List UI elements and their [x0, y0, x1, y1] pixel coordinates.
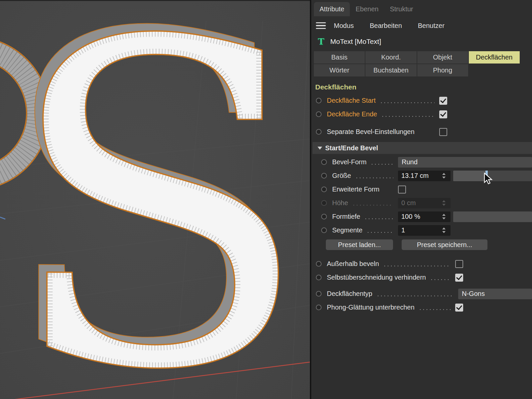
row-formtiefe: Formtiefe 100 %: [311, 210, 532, 223]
svg-text:S: S: [6, 1, 310, 399]
bevel-form-label: Bevel-Form: [332, 158, 366, 166]
phong-glaettung-checkbox[interactable]: [455, 304, 463, 312]
keyframe-dot-icon[interactable]: [316, 305, 322, 310]
collapse-triangle-icon[interactable]: [318, 147, 322, 150]
tab-ebenen[interactable]: Ebenen: [350, 2, 384, 16]
erweiterte-form-checkbox[interactable]: [398, 186, 406, 194]
tab-deckflaechen[interactable]: Deckflächen: [469, 51, 520, 64]
separate-bevel-checkbox[interactable]: [439, 128, 447, 136]
group-label: Start/Ende Bevel: [325, 144, 378, 152]
menu-bearbeiten[interactable]: Bearbeiten: [370, 22, 402, 30]
keyframe-dot-icon[interactable]: [316, 129, 322, 135]
preset-button-row: Preset laden... Preset speichern...: [311, 237, 532, 252]
category-tabs: Basis Koord. Objekt Deckflächen Wörter B…: [311, 50, 532, 76]
object-header: T MoText [MoText]: [311, 33, 532, 50]
dotted-leader: [352, 204, 393, 206]
row-separate-bevel: Separate Bevel-Einstellungen: [311, 125, 532, 139]
keyframe-dot-icon[interactable]: [321, 227, 327, 233]
menu-modus[interactable]: Modus: [334, 22, 354, 30]
menu-icon[interactable]: [316, 21, 326, 31]
mouse-cursor: [484, 173, 494, 185]
stepper-down-icon[interactable]: [442, 177, 446, 179]
keyframe-dot-icon[interactable]: [316, 111, 322, 117]
selbstueberschneidung-label: Selbstüberschneidung verhindern: [327, 274, 426, 281]
dotted-leader: [430, 279, 451, 280]
row-segmente: Segmente 1: [311, 223, 532, 237]
row-deckflaechentyp: Deckflächentyp N-Gons: [311, 287, 532, 301]
manager-tabbar: Attribute Ebenen Struktur: [311, 0, 532, 18]
deckflaechentyp-dropdown[interactable]: N-Gons: [458, 289, 532, 299]
stepper-down-icon[interactable]: [442, 217, 446, 219]
spacer: [383, 191, 393, 192]
tab-koord[interactable]: Koord.: [365, 51, 416, 64]
keyframe-dot-icon[interactable]: [316, 291, 322, 297]
bevel-form-value: Rund: [402, 158, 418, 166]
keyframe-dot-icon[interactable]: [321, 187, 327, 192]
keyframe-dot-icon[interactable]: [321, 173, 327, 179]
stepper[interactable]: [442, 214, 451, 219]
stepper[interactable]: [442, 227, 451, 233]
keyframe-dot-icon[interactable]: [321, 159, 327, 165]
group-start-ende-bevel[interactable]: Start/Ende Bevel: [313, 142, 532, 154]
tab-buchstaben[interactable]: Buchstaben: [365, 64, 416, 76]
segmente-input[interactable]: 1: [398, 225, 451, 236]
preset-speichern-button[interactable]: Preset speichern...: [402, 239, 487, 250]
stepper-up-icon[interactable]: [442, 227, 446, 229]
viewport-render: S S S S S: [0, 1, 310, 399]
tab-woerter[interactable]: Wörter: [314, 64, 365, 76]
letter-s-mesh: S S S S: [0, 1, 310, 399]
deckflaechentyp-value: N-Gons: [462, 290, 485, 298]
keyframe-dot-icon[interactable]: [316, 275, 322, 280]
row-ausserhalb-beveln: Außerhalb beveln: [311, 257, 532, 271]
phong-glaettung-label: Phong-Glättung unterbrechen: [327, 304, 415, 311]
tab-attribute[interactable]: Attribute: [314, 2, 350, 16]
ausserhalb-beveln-checkbox[interactable]: [455, 260, 463, 268]
stepper-down-icon: [442, 204, 446, 206]
3d-viewport[interactable]: S S S S S: [0, 0, 310, 399]
row-deckflaeche-ende: Deckfläche Ende: [311, 107, 532, 121]
row-groesse: Größe 13.17 cm: [311, 169, 532, 183]
keyframe-dot-icon[interactable]: [316, 261, 322, 267]
row-hoehe: Höhe 0 cm: [311, 196, 532, 210]
tab-basis[interactable]: Basis: [314, 51, 365, 64]
groesse-value: 13.17 cm: [401, 172, 442, 180]
formtiefe-input[interactable]: 100 %: [398, 211, 451, 222]
dotted-leader: [376, 295, 454, 297]
object-name: MoText [MoText]: [330, 38, 381, 46]
menu-row: Modus Bearbeiten Benutzer: [311, 18, 532, 33]
groesse-input[interactable]: 13.17 cm: [398, 171, 451, 181]
menu-benutzer[interactable]: Benutzer: [418, 22, 445, 30]
row-deckflaeche-start: Deckfläche Start: [311, 94, 532, 107]
erweiterte-form-label: Erweiterte Form: [332, 186, 379, 193]
deckflaeche-ende-label: Deckfläche Ende: [327, 110, 377, 118]
keyframe-dot-icon: [321, 200, 327, 206]
segmente-label: Segmente: [332, 226, 362, 234]
keyframe-dot-icon[interactable]: [316, 98, 322, 103]
dotted-leader: [380, 102, 435, 103]
stepper-up-icon[interactable]: [442, 214, 446, 216]
formtiefe-slider[interactable]: [453, 211, 532, 222]
stepper-down-icon[interactable]: [442, 231, 446, 233]
stepper-up-icon: [442, 200, 446, 202]
tab-phong[interactable]: Phong: [417, 64, 468, 76]
keyframe-dot-icon[interactable]: [321, 214, 327, 219]
selbstueberschneidung-checkbox[interactable]: [455, 274, 463, 282]
separate-bevel-label: Separate Bevel-Einstellungen: [327, 128, 415, 136]
ausserhalb-beveln-label: Außerhalb beveln: [327, 260, 379, 268]
segmente-value: 1: [401, 226, 442, 234]
tab-struktur[interactable]: Struktur: [384, 2, 419, 16]
hoehe-value: 0 cm: [401, 199, 442, 207]
hoehe-input: 0 cm: [398, 198, 451, 208]
preset-laden-button[interactable]: Preset laden...: [326, 239, 393, 250]
deckflaeche-start-label: Deckfläche Start: [327, 97, 376, 104]
stepper-up-icon[interactable]: [442, 173, 446, 175]
groesse-label: Größe: [332, 172, 351, 180]
row-selbstueberschneidung: Selbstüberschneidung verhindern: [311, 271, 532, 284]
deckflaeche-start-checkbox[interactable]: [439, 97, 447, 105]
bevel-form-dropdown[interactable]: Rund: [398, 157, 532, 168]
deckflaeche-ende-checkbox[interactable]: [439, 110, 447, 118]
stepper[interactable]: [442, 173, 451, 179]
tab-objekt[interactable]: Objekt: [417, 51, 468, 64]
row-erweiterte-form: Erweiterte Form: [311, 183, 532, 196]
dotted-leader: [370, 164, 393, 165]
